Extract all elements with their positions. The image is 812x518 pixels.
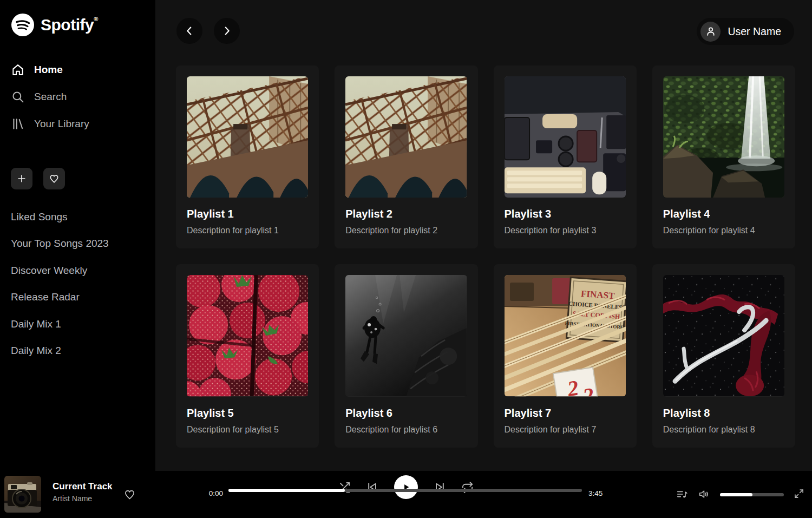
playlist-description: Description for playlist 7 bbox=[505, 425, 626, 435]
playlist-title: Playlist 3 bbox=[505, 208, 626, 220]
seek-bar-fill bbox=[228, 489, 345, 492]
sidebar-playlist-list: Liked Songs Your Top Songs 2023 Discover… bbox=[11, 204, 145, 364]
nav-label: Search bbox=[34, 91, 67, 103]
create-playlist-button[interactable] bbox=[11, 168, 32, 189]
spotify-logo-text: Spotify® bbox=[41, 16, 98, 34]
sidebar-playlist-daily-mix-2[interactable]: Daily Mix 2 bbox=[11, 338, 145, 365]
avatar bbox=[700, 22, 721, 42]
person-icon bbox=[705, 25, 717, 37]
spotify-app: Spotify® Home Search Your Library bbox=[0, 0, 812, 518]
queue-button[interactable] bbox=[676, 488, 688, 500]
playlist-title: Playlist 1 bbox=[187, 208, 308, 220]
like-track-button[interactable] bbox=[123, 488, 136, 503]
search-icon bbox=[11, 90, 25, 104]
playlist-title: Playlist 4 bbox=[663, 208, 784, 220]
nav-item-home[interactable]: Home bbox=[11, 56, 145, 83]
playlist-card-2[interactable]: Playlist 2 Description for playlist 2 bbox=[335, 65, 477, 248]
playlist-description: Description for playlist 1 bbox=[187, 226, 308, 235]
playlist-grid: Playlist 1 Description for playlist 1 Pl… bbox=[176, 65, 795, 448]
playlist-card-1[interactable]: Playlist 1 Description for playlist 1 bbox=[176, 65, 319, 248]
now-playing-album-art bbox=[4, 476, 41, 513]
playlist-title: Playlist 7 bbox=[505, 407, 626, 419]
chevron-right-icon bbox=[221, 25, 233, 37]
primary-nav: Home Search Your Library bbox=[11, 56, 145, 137]
total-duration: 3:45 bbox=[588, 489, 603, 497]
chevron-left-icon bbox=[184, 25, 195, 37]
playlist-description: Description for playlist 6 bbox=[345, 425, 467, 435]
playlist-description: Description for playlist 3 bbox=[505, 226, 626, 235]
registered-mark: ® bbox=[94, 16, 98, 22]
playlist-1-cover-bridge-image bbox=[187, 76, 308, 198]
topbar: User Name bbox=[155, 0, 812, 45]
volume-button[interactable] bbox=[698, 488, 710, 500]
playlist-3-cover-desk-image bbox=[505, 76, 626, 198]
sidebar-playlist-your-top-songs-2023[interactable]: Your Top Songs 2023 bbox=[11, 231, 145, 258]
sidebar-playlist-discover-weekly[interactable]: Discover Weekly bbox=[11, 257, 145, 284]
seek-bar[interactable] bbox=[228, 489, 582, 492]
playlist-6-cover-diver-image bbox=[345, 275, 467, 396]
playback-controls bbox=[338, 475, 474, 499]
playlist-title: Playlist 2 bbox=[345, 208, 467, 220]
volume-slider[interactable] bbox=[720, 493, 784, 496]
playlist-card-5[interactable]: Playlist 5 Description for playlist 5 bbox=[176, 264, 319, 447]
now-playing-artist: Artist Name bbox=[53, 494, 92, 503]
heart-icon bbox=[123, 488, 136, 501]
nav-label: Your Library bbox=[34, 118, 89, 130]
playlist-7-cover-rulers-image bbox=[505, 275, 626, 396]
liked-songs-button[interactable] bbox=[43, 168, 65, 189]
sidebar: Spotify® Home Search Your Library bbox=[0, 0, 155, 471]
sidebar-actions bbox=[11, 168, 145, 189]
playlist-card-7[interactable]: Playlist 7 Description for playlist 7 bbox=[494, 264, 637, 447]
elapsed-time: 0:00 bbox=[201, 489, 223, 497]
playlist-card-8[interactable]: Playlist 8 Description for playlist 8 bbox=[652, 264, 795, 447]
nav-item-your-library[interactable]: Your Library bbox=[11, 110, 145, 137]
main-content: User Name Playlist 1 Description for pla… bbox=[155, 0, 812, 471]
spotify-logo-icon bbox=[11, 13, 35, 37]
playlist-description: Description for playlist 2 bbox=[345, 226, 467, 235]
playlist-description: Description for playlist 4 bbox=[663, 226, 784, 235]
now-playing-title: Current Track bbox=[53, 481, 113, 492]
nav-item-search[interactable]: Search bbox=[11, 83, 145, 110]
expand-icon bbox=[794, 488, 804, 499]
playlist-4-cover-waterfall-image bbox=[663, 76, 784, 198]
volume-slider-fill bbox=[720, 493, 752, 496]
vintage-camera-image bbox=[4, 476, 41, 513]
play-button[interactable] bbox=[394, 475, 418, 499]
sidebar-playlist-release-radar[interactable]: Release Radar bbox=[11, 284, 145, 311]
spotify-logo[interactable]: Spotify® bbox=[11, 13, 145, 37]
playlist-title: Playlist 8 bbox=[663, 407, 784, 419]
playlist-card-3[interactable]: Playlist 3 Description for playlist 3 bbox=[494, 65, 637, 248]
playlist-card-4[interactable]: Playlist 4 Description for playlist 4 bbox=[652, 65, 795, 248]
playlist-5-cover-strawberries-image bbox=[187, 275, 308, 396]
library-icon bbox=[11, 117, 25, 131]
plus-icon bbox=[16, 173, 27, 184]
playlist-title: Playlist 6 bbox=[345, 407, 467, 419]
volume-icon bbox=[698, 488, 710, 500]
playlist-title: Playlist 5 bbox=[187, 407, 308, 419]
sidebar-playlist-liked-songs[interactable]: Liked Songs bbox=[11, 204, 145, 231]
user-name-label: User Name bbox=[728, 25, 781, 38]
navigate-forward-button[interactable] bbox=[214, 18, 240, 44]
player-bar: Current Track Artist Name bbox=[0, 471, 812, 518]
fullscreen-button[interactable] bbox=[794, 488, 804, 499]
heart-icon bbox=[49, 173, 60, 184]
user-menu-button[interactable]: User Name bbox=[697, 18, 794, 45]
playlist-2-cover-bridge-image bbox=[345, 76, 467, 198]
sidebar-playlist-daily-mix-1[interactable]: Daily Mix 1 bbox=[11, 311, 145, 338]
playlist-card-6[interactable]: Playlist 6 Description for playlist 6 bbox=[335, 264, 477, 447]
navigate-back-button[interactable] bbox=[176, 18, 202, 44]
queue-music-icon bbox=[676, 488, 688, 500]
playlist-8-cover-antler-image bbox=[663, 275, 784, 396]
nav-label: Home bbox=[34, 64, 63, 76]
home-icon bbox=[11, 63, 25, 77]
playlist-description: Description for playlist 5 bbox=[187, 425, 308, 435]
playlist-description: Description for playlist 8 bbox=[663, 425, 784, 435]
